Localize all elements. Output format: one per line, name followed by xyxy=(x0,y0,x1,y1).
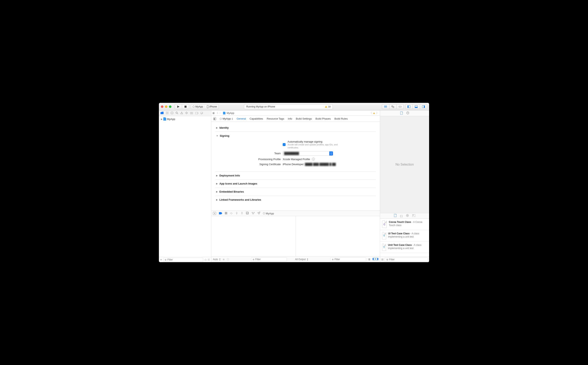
console-filter[interactable]: ◉ xyxy=(330,257,366,261)
version-editor-button[interactable] xyxy=(396,104,404,109)
jump-back-icon[interactable]: 〈 xyxy=(216,111,218,115)
object-library-icon[interactable] xyxy=(406,214,409,218)
next-issue-icon[interactable]: 〉 xyxy=(376,111,379,115)
project-root-row[interactable]: ▶ MyApp xyxy=(160,117,210,121)
svg-rect-22 xyxy=(226,212,227,214)
tab-build-settings[interactable]: Build Settings xyxy=(296,117,312,120)
section-appicons-header[interactable]: ▶ App Icons and Launch Images xyxy=(216,182,375,185)
file-inspector-icon[interactable] xyxy=(400,112,403,115)
tab-general[interactable]: General xyxy=(237,117,246,120)
activity-viewer[interactable]: Running MyApp on iPhone 18 xyxy=(244,104,333,109)
console-view[interactable] xyxy=(296,216,380,256)
toggle-inspector-button[interactable] xyxy=(420,104,427,109)
library-view-mode-icon[interactable]: ⊞ xyxy=(381,258,384,261)
find-navigator-icon[interactable] xyxy=(176,112,178,115)
scm-filter-icon[interactable]: ☒ xyxy=(208,258,210,261)
template-icon: C xyxy=(382,221,387,228)
section-linked-header[interactable]: ▶ Linked Frameworks and Libraries xyxy=(216,198,375,201)
auto-signing-row: ✓ Automatically manage signing Xcode wil… xyxy=(251,140,375,149)
show-variables-pane-icon[interactable] xyxy=(373,258,375,261)
toggle-debug-area-button[interactable] xyxy=(413,104,420,109)
run-button[interactable] xyxy=(175,104,182,109)
cert-prefix: iPhone Developer: xyxy=(283,163,304,166)
project-navigator-icon[interactable] xyxy=(161,112,164,115)
minimize-window-button[interactable] xyxy=(165,105,167,108)
memory-graph-icon[interactable] xyxy=(252,212,255,215)
quicklook-icon[interactable]: ◉ xyxy=(223,258,225,261)
report-navigator-icon[interactable] xyxy=(201,112,203,115)
jump-bar-item[interactable]: MyApp xyxy=(227,112,234,114)
recent-filter-icon[interactable]: ◷ xyxy=(204,258,206,261)
variables-view[interactable] xyxy=(211,216,296,256)
auto-signing-checkbox[interactable]: ✓ xyxy=(283,143,286,146)
standard-editor-button[interactable] xyxy=(382,104,389,109)
related-items-icon[interactable]: ⊞ xyxy=(213,112,215,114)
source-control-navigator-icon[interactable] xyxy=(166,112,168,115)
zoom-window-button[interactable] xyxy=(169,105,171,108)
team-popup[interactable]: ████████ ▲▼ xyxy=(283,151,333,156)
breakpoints-toggle-icon[interactable] xyxy=(219,212,222,215)
library-item[interactable]: TUI Test Case Class - A class implementi… xyxy=(380,230,429,242)
add-button[interactable]: + xyxy=(160,258,162,261)
section-embedded-header[interactable]: ▶ Embedded Binaries xyxy=(216,190,375,193)
clear-console-icon[interactable]: 🗑 xyxy=(368,258,371,261)
target-selector[interactable]: MyApp ▲▼ xyxy=(220,117,233,120)
variables-filter-input[interactable] xyxy=(255,258,286,261)
team-value: ████████ xyxy=(284,152,299,155)
stop-button[interactable] xyxy=(182,104,189,109)
console-output-selector[interactable]: All Output ▲▼ xyxy=(295,258,308,261)
previous-issue-icon[interactable]: 〈 xyxy=(369,111,372,115)
variables-scope-selector[interactable]: Auto ▲▼ xyxy=(213,258,221,261)
console-filter-input[interactable] xyxy=(335,258,365,261)
template-icon: T xyxy=(382,244,386,251)
location-icon[interactable] xyxy=(258,212,260,215)
debug-process-selector[interactable]: MyApp xyxy=(263,212,274,215)
tab-resource-tags[interactable]: Resource Tags xyxy=(267,117,284,120)
tab-info[interactable]: Info xyxy=(288,117,292,120)
jump-forward-icon[interactable]: 〉 xyxy=(219,111,222,115)
section-identity-header[interactable]: ▶ Identity xyxy=(216,126,375,129)
library-footer: ⊞ ◉ xyxy=(380,257,429,262)
symbol-navigator-icon[interactable] xyxy=(171,112,173,115)
hide-debug-area-icon[interactable]: ▾ xyxy=(213,212,216,215)
svg-rect-1 xyxy=(184,106,187,108)
library-filter[interactable]: ◉ xyxy=(385,258,428,261)
toggle-navigator-button[interactable] xyxy=(405,104,413,109)
navigator-filter[interactable]: ◉ xyxy=(163,258,203,262)
debug-navigator-icon[interactable] xyxy=(190,112,193,115)
close-window-button[interactable] xyxy=(161,105,163,108)
step-out-icon[interactable] xyxy=(241,212,243,215)
navigator-filter-input[interactable] xyxy=(167,258,202,261)
assistant-editor-button[interactable] xyxy=(389,104,396,109)
file-template-library-icon[interactable] xyxy=(394,214,396,218)
toggle-targets-list-icon[interactable]: ◧ xyxy=(213,117,216,120)
view-debug-icon[interactable] xyxy=(246,212,249,215)
show-console-pane-icon[interactable] xyxy=(376,258,378,261)
section-signing-header[interactable]: ▼ Signing xyxy=(216,134,375,137)
code-snippet-library-icon[interactable]: { } xyxy=(400,214,402,218)
breakpoint-navigator-icon[interactable] xyxy=(195,112,198,115)
tab-capabilities[interactable]: Capabilities xyxy=(250,117,263,120)
scheme-selector[interactable]: MyApp 〉 iPhone xyxy=(191,104,219,109)
pause-icon[interactable] xyxy=(225,212,227,215)
section-deployment-header[interactable]: ▶ Deployment Info xyxy=(216,174,375,177)
warning-badge[interactable]: 18 xyxy=(325,105,330,108)
step-over-icon[interactable] xyxy=(230,212,233,215)
editor-mode-group xyxy=(382,104,404,109)
disclosure-triangle-icon[interactable]: ▶ xyxy=(161,118,162,120)
library-filter-input[interactable] xyxy=(389,258,427,261)
issue-navigator-icon[interactable] xyxy=(181,112,183,115)
titlebar-right-controls xyxy=(382,104,427,109)
library-item[interactable]: CCocoa Touch Class - A Cocoa Touch class xyxy=(380,219,429,230)
tab-build-phases[interactable]: Build Phases xyxy=(315,117,331,120)
step-into-icon[interactable] xyxy=(236,212,238,215)
quick-help-inspector-icon[interactable]: ? xyxy=(406,112,409,115)
library-selector: { } xyxy=(380,213,429,219)
print-description-icon[interactable]: ⓘ xyxy=(227,258,229,261)
test-navigator-icon[interactable] xyxy=(185,112,188,115)
tab-build-rules[interactable]: Build Rules xyxy=(334,117,348,120)
info-icon[interactable]: i xyxy=(312,158,315,161)
variables-filter[interactable]: ◉ xyxy=(251,257,287,261)
media-library-icon[interactable] xyxy=(412,214,415,218)
library-item[interactable]: TUnit Test Case Class - A class implemen… xyxy=(380,242,429,253)
